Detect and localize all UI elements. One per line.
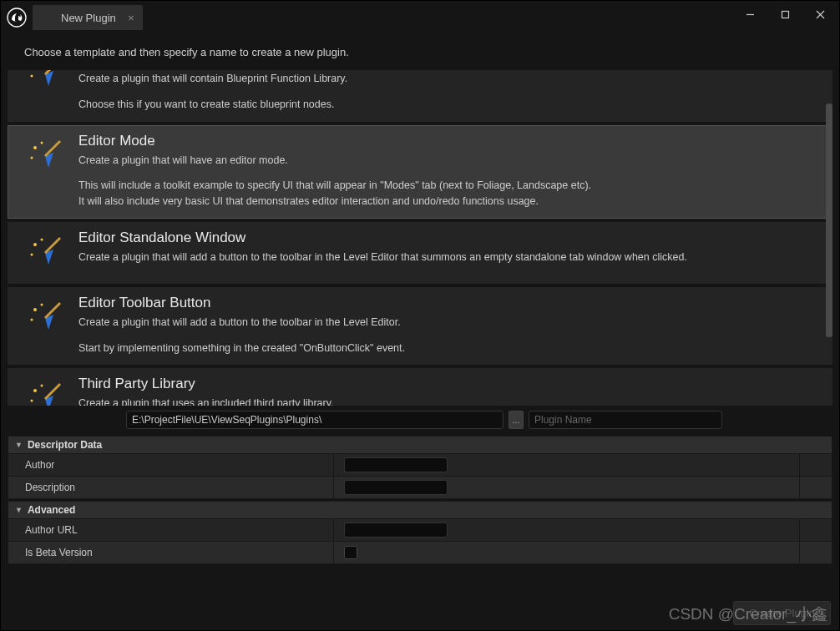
maximize-button[interactable] <box>767 3 802 26</box>
template-description: Start by implementing something in the c… <box>78 341 820 356</box>
template-description: Create a plugin that will add a button t… <box>78 250 820 265</box>
svg-point-12 <box>31 253 33 255</box>
chevron-down-icon: ▼ <box>15 506 23 514</box>
template-item[interactable]: Create a plugin that will contain Bluepr… <box>8 70 832 122</box>
template-description: This will include a toolkit example to s… <box>78 178 820 194</box>
plugin-wizard-icon <box>23 231 67 275</box>
section-advanced[interactable]: ▼ Advanced <box>8 501 832 519</box>
template-title: Editor Toolbar Button <box>78 295 820 311</box>
description-field[interactable] <box>344 480 448 495</box>
template-item-third-party[interactable]: Third Party Library Create a plugin that… <box>8 368 832 406</box>
create-plugin-button[interactable]: Create Plugin <box>733 601 831 625</box>
prop-row-description: Description <box>8 477 832 499</box>
template-description: Create a plugin that will add a button t… <box>78 315 820 331</box>
svg-point-10 <box>41 141 43 144</box>
template-description: It will also include very basic UI that … <box>78 194 820 209</box>
plugin-path-input[interactable] <box>126 411 503 429</box>
plugin-wizard-icon <box>23 134 67 178</box>
chevron-down-icon: ▼ <box>15 441 23 449</box>
section-title: Advanced <box>28 504 75 516</box>
svg-point-11 <box>33 243 37 246</box>
svg-rect-2 <box>782 11 788 18</box>
scrollbar[interactable] <box>826 103 832 337</box>
section-title: Descriptor Data <box>28 439 102 451</box>
prop-row-author: Author <box>8 454 832 477</box>
svg-point-17 <box>33 389 37 392</box>
prop-row-author-url: Author URL <box>8 519 832 542</box>
author-field[interactable] <box>344 457 448 472</box>
window-controls <box>732 3 837 26</box>
template-info: Editor Standalone Window Create a plugin… <box>78 230 820 265</box>
svg-point-0 <box>8 8 26 27</box>
close-icon[interactable]: × <box>128 12 134 24</box>
svg-point-8 <box>33 146 37 149</box>
template-title: Third Party Library <box>78 376 820 392</box>
svg-point-13 <box>41 238 43 240</box>
tab-new-plugin[interactable]: New Plugin × <box>33 5 143 30</box>
footer: Create Plugin <box>1 595 839 630</box>
plugin-name-input[interactable] <box>529 411 722 429</box>
browse-button[interactable]: ... <box>509 411 524 429</box>
minimize-button[interactable] <box>732 3 767 26</box>
template-description: Choose this if you want to create static… <box>78 97 820 113</box>
template-description: Create a plugin that uses an included th… <box>78 396 820 406</box>
svg-point-18 <box>31 400 33 402</box>
template-title: Editor Mode <box>78 133 820 149</box>
svg-point-16 <box>41 303 43 305</box>
template-info: Create a plugin that will contain Bluepr… <box>78 71 820 113</box>
close-button[interactable] <box>802 3 837 26</box>
prop-row-is-beta: Is Beta Version <box>8 542 832 564</box>
prop-label: Author <box>8 454 334 476</box>
path-row: ... <box>1 406 839 434</box>
svg-point-15 <box>31 318 33 321</box>
svg-point-19 <box>41 385 43 387</box>
titlebar: New Plugin × <box>1 1 839 34</box>
template-info: Editor Mode Create a plugin that will ha… <box>78 133 820 209</box>
template-description: Create a plugin that will contain Bluepr… <box>78 71 820 87</box>
plugin-wizard-icon <box>23 377 67 406</box>
template-item-standalone-window[interactable]: Editor Standalone Window Create a plugin… <box>8 222 832 284</box>
plugin-wizard-icon <box>23 70 67 96</box>
prop-label: Description <box>8 477 334 498</box>
plugin-wizard-icon <box>23 296 67 340</box>
template-info: Editor Toolbar Button Create a plugin th… <box>78 295 820 356</box>
prop-label: Author URL <box>8 519 334 541</box>
template-description: Create a plugin that will have an editor… <box>78 153 820 169</box>
template-title: Editor Standalone Window <box>78 230 820 246</box>
svg-point-6 <box>31 75 33 78</box>
section-descriptor-data[interactable]: ▼ Descriptor Data <box>8 436 832 454</box>
svg-point-14 <box>33 308 37 311</box>
instruction-text: Choose a template and then specify a nam… <box>1 34 839 70</box>
template-item-toolbar-button[interactable]: Editor Toolbar Button Create a plugin th… <box>8 287 832 366</box>
unreal-logo-icon <box>6 7 28 28</box>
author-url-field[interactable] <box>344 522 448 538</box>
is-beta-checkbox[interactable] <box>344 546 357 559</box>
template-list: Create a plugin that will contain Bluepr… <box>8 70 832 406</box>
template-info: Third Party Library Create a plugin that… <box>78 376 820 406</box>
template-item-editor-mode[interactable]: Editor Mode Create a plugin that will ha… <box>8 125 832 219</box>
prop-label: Is Beta Version <box>8 542 334 563</box>
tab-title: New Plugin <box>61 12 116 24</box>
svg-point-9 <box>31 156 33 159</box>
